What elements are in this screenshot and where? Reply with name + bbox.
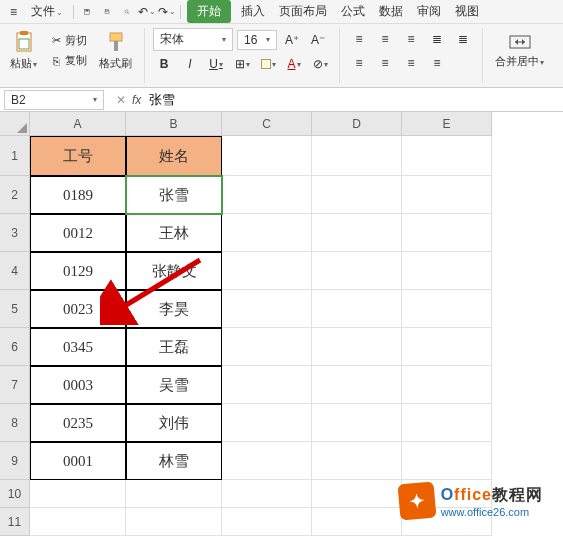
align-top-button[interactable]: ≡ <box>348 28 370 50</box>
row-header[interactable]: 8 <box>0 404 30 442</box>
cell[interactable]: 王林 <box>126 214 222 252</box>
row-header[interactable]: 2 <box>0 176 30 214</box>
row-header[interactable]: 3 <box>0 214 30 252</box>
tab-formula[interactable]: 公式 <box>337 1 369 22</box>
select-all-corner[interactable] <box>0 112 30 136</box>
increase-font-button[interactable]: A⁺ <box>281 29 303 51</box>
cell[interactable] <box>30 508 126 536</box>
cell[interactable] <box>222 328 312 366</box>
row-header[interactable]: 9 <box>0 442 30 480</box>
copy-button[interactable]: ⎘复制 <box>45 51 91 70</box>
cell[interactable]: 林雪 <box>126 442 222 480</box>
column-header[interactable]: C <box>222 112 312 136</box>
align-left-button[interactable]: ≡ <box>348 52 370 74</box>
row-header[interactable]: 11 <box>0 508 30 536</box>
cell[interactable] <box>402 290 492 328</box>
cell[interactable]: 姓名 <box>126 136 222 176</box>
cell[interactable] <box>312 442 402 480</box>
redo-icon[interactable]: ↷⌄ <box>160 5 174 19</box>
cell[interactable] <box>402 328 492 366</box>
font-color-button[interactable]: A▾ <box>283 53 305 75</box>
cell[interactable] <box>312 136 402 176</box>
align-middle-button[interactable]: ≡ <box>374 28 396 50</box>
tab-view[interactable]: 视图 <box>451 1 483 22</box>
cell[interactable]: 张雪 <box>126 176 222 214</box>
merge-center-button[interactable]: 合并居中▾ <box>491 28 548 71</box>
cell[interactable] <box>402 176 492 214</box>
cell[interactable]: 吴雪 <box>126 366 222 404</box>
row-header[interactable]: 5 <box>0 290 30 328</box>
fx-icon[interactable]: fx <box>132 93 141 107</box>
cell[interactable] <box>222 480 312 508</box>
cell[interactable] <box>222 366 312 404</box>
cell[interactable] <box>222 442 312 480</box>
cell[interactable] <box>30 480 126 508</box>
cell[interactable] <box>402 136 492 176</box>
cell[interactable]: 工号 <box>30 136 126 176</box>
align-bottom-button[interactable]: ≡ <box>400 28 422 50</box>
underline-button[interactable]: U▾ <box>205 53 227 75</box>
cell[interactable] <box>402 252 492 290</box>
tab-start[interactable]: 开始 <box>187 0 231 23</box>
wrap-button[interactable]: ≡ <box>426 52 448 74</box>
column-header[interactable]: E <box>402 112 492 136</box>
tab-review[interactable]: 审阅 <box>413 1 445 22</box>
tab-data[interactable]: 数据 <box>375 1 407 22</box>
cut-button[interactable]: ✂剪切 <box>45 31 91 50</box>
cell[interactable]: 0001 <box>30 442 126 480</box>
cell[interactable] <box>312 328 402 366</box>
cell[interactable] <box>126 480 222 508</box>
cell[interactable]: 刘伟 <box>126 404 222 442</box>
cell[interactable] <box>402 404 492 442</box>
cell[interactable]: 张静文 <box>126 252 222 290</box>
cell[interactable] <box>222 290 312 328</box>
format-painter-button[interactable]: 格式刷 <box>95 28 136 73</box>
font-name-select[interactable]: 宋体▾ <box>153 28 233 51</box>
row-header[interactable]: 10 <box>0 480 30 508</box>
print-icon[interactable] <box>100 5 114 19</box>
fill-color-button[interactable]: ▾ <box>257 53 279 75</box>
phonetic-button[interactable]: ⊘▾ <box>309 53 331 75</box>
paste-button[interactable]: 粘贴▾ <box>6 28 41 73</box>
cell[interactable] <box>312 480 402 508</box>
cell[interactable] <box>402 214 492 252</box>
name-box[interactable]: B2▾ <box>4 90 104 110</box>
cell[interactable]: 李昊 <box>126 290 222 328</box>
font-size-select[interactable]: 16▾ <box>237 30 277 50</box>
row-header[interactable]: 1 <box>0 136 30 176</box>
menu-icon[interactable]: ≡ <box>6 3 21 21</box>
cell[interactable] <box>222 214 312 252</box>
cell[interactable]: 0129 <box>30 252 126 290</box>
indent-right-button[interactable]: ≣ <box>452 28 474 50</box>
formula-input[interactable] <box>147 90 447 110</box>
cell[interactable] <box>312 404 402 442</box>
save-icon[interactable] <box>80 5 94 19</box>
align-center-button[interactable]: ≡ <box>374 52 396 74</box>
border-button[interactable]: ⊞▾ <box>231 53 253 75</box>
cell[interactable] <box>312 366 402 404</box>
bold-button[interactable]: B <box>153 53 175 75</box>
decrease-font-button[interactable]: A⁻ <box>307 29 329 51</box>
cell[interactable] <box>312 176 402 214</box>
cell[interactable]: 王磊 <box>126 328 222 366</box>
cell[interactable] <box>312 252 402 290</box>
column-header[interactable]: D <box>312 112 402 136</box>
cell[interactable] <box>222 404 312 442</box>
cell[interactable] <box>222 252 312 290</box>
cell[interactable] <box>222 176 312 214</box>
cell[interactable] <box>312 508 402 536</box>
column-header[interactable]: B <box>126 112 222 136</box>
cell[interactable] <box>126 508 222 536</box>
cell[interactable]: 0345 <box>30 328 126 366</box>
cell[interactable]: 0003 <box>30 366 126 404</box>
cell[interactable] <box>312 214 402 252</box>
cell[interactable]: 0189 <box>30 176 126 214</box>
cell[interactable] <box>222 508 312 536</box>
preview-icon[interactable] <box>120 5 134 19</box>
tab-insert[interactable]: 插入 <box>237 1 269 22</box>
undo-icon[interactable]: ↶⌄ <box>140 5 154 19</box>
tab-layout[interactable]: 页面布局 <box>275 1 331 22</box>
cancel-icon[interactable]: ✕ <box>116 93 126 107</box>
cell[interactable]: 0012 <box>30 214 126 252</box>
row-header[interactable]: 4 <box>0 252 30 290</box>
